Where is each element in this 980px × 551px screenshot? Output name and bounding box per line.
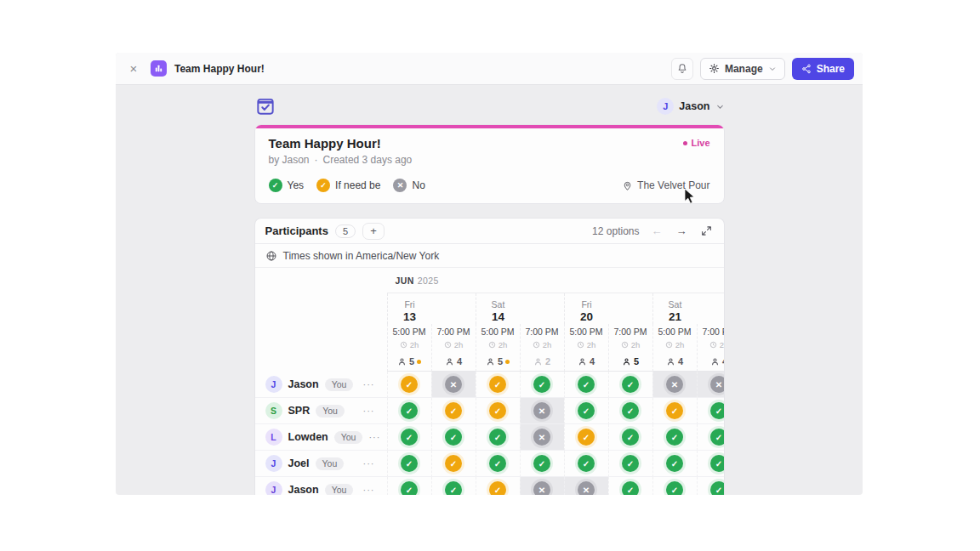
person-icon	[578, 357, 587, 366]
day-label: 13	[388, 310, 432, 323]
vote-icon: ✓	[622, 481, 639, 495]
vote-icon: ✕	[710, 376, 725, 393]
vote-icon: ✓	[710, 429, 725, 446]
vote-cell: ✓	[608, 451, 652, 477]
year-label: 2025	[418, 276, 439, 286]
live-dot	[683, 141, 687, 145]
vote-icon: ✓	[622, 402, 639, 419]
participant: JJoelYou···	[255, 451, 387, 477]
chevron-down-icon	[715, 102, 725, 111]
vote-cell: ✕	[520, 477, 564, 495]
vote-cell: ✕	[564, 477, 608, 495]
slot-duration: 2h	[609, 340, 652, 349]
vote-cell: ✓	[387, 477, 431, 495]
poll-check-icon	[254, 95, 276, 117]
vote-cell: ✓	[697, 398, 725, 424]
vote-cell: ✓	[476, 372, 520, 398]
vote-cell: ✕	[697, 372, 725, 398]
vote-icon: ✓	[489, 376, 506, 393]
avatar: S	[265, 402, 282, 419]
legend-no-label: No	[412, 179, 424, 191]
vote-cell: ✓	[697, 424, 725, 451]
vote-cell: ✓	[652, 451, 697, 477]
vote-cell: ✕	[520, 398, 564, 424]
participant: LLowdenYou···	[255, 424, 387, 451]
slot-duration: 2h	[432, 340, 476, 349]
close-button[interactable]: ×	[124, 60, 143, 78]
row-menu-button[interactable]: ···	[363, 485, 375, 495]
vote-icon: ✓	[710, 481, 725, 495]
user-menu[interactable]: J Jason	[657, 98, 724, 115]
vote-icon: ✓	[445, 455, 462, 472]
slot-time: 7:00 PM	[698, 327, 725, 337]
row-menu-button[interactable]: ···	[363, 458, 375, 469]
poll-info-card: Team Happy Hour! Live by Jason · Created…	[254, 124, 725, 204]
time-slot-header: 7:00 PM2h4	[431, 324, 476, 372]
vote-cell: ✓	[608, 398, 652, 424]
vote-cell: ✓	[431, 398, 476, 424]
time-slot-header: 5:00 PM2h4	[652, 324, 697, 372]
row-menu-button[interactable]: ···	[363, 406, 375, 416]
slot-duration: 2h	[521, 340, 564, 349]
slot-count: 5	[476, 356, 520, 366]
legend-no: ✕No	[393, 179, 424, 192]
vote-icon: ✓	[666, 429, 683, 446]
availability-grid: JUN 2025 Fri13 Sat14 Fri20 Sat21 5:00 PM…	[255, 268, 724, 495]
slot-count: 5	[388, 356, 431, 366]
avatar: L	[265, 429, 282, 446]
month-label: JUN	[396, 276, 414, 286]
manage-label: Manage	[725, 63, 763, 75]
vote-cell: ✓	[564, 398, 608, 424]
vote-icon: ✓	[578, 402, 595, 419]
vote-cell: ✓	[608, 477, 652, 495]
manage-button[interactable]: Manage	[700, 58, 785, 80]
slot-time: 5:00 PM	[476, 327, 520, 337]
vote-cell: ✓	[652, 477, 697, 495]
chevron-down-icon	[768, 65, 777, 73]
vote-icon: ✓	[622, 455, 639, 472]
day-label: 21	[653, 310, 698, 323]
person-icon	[622, 357, 631, 366]
vote-legend: ✓Yes ✓If need be ✕No	[269, 179, 425, 192]
vote-icon: ✓	[401, 455, 418, 472]
slot-duration: 2h	[653, 340, 697, 349]
date-group-header: Sat14	[476, 293, 564, 324]
vote-icon: ✓	[578, 455, 595, 472]
slot-time: 7:00 PM	[521, 327, 564, 337]
vote-cell: ✓	[564, 451, 608, 477]
next-options-button[interactable]: →	[675, 224, 689, 237]
person-icon	[710, 357, 720, 366]
slot-count: 4	[698, 356, 725, 366]
expand-button[interactable]	[699, 225, 714, 236]
you-badge: You	[325, 484, 354, 496]
row-menu-button[interactable]: ···	[363, 379, 375, 389]
vote-icon: ✓	[578, 429, 595, 446]
vote-cell: ✓	[476, 424, 520, 451]
vote-icon: ✕	[578, 481, 595, 495]
notifications-button[interactable]	[671, 58, 693, 80]
participant-name: Jason	[288, 484, 319, 495]
row-menu-button[interactable]: ···	[368, 432, 380, 442]
vote-cell: ✓	[387, 398, 431, 424]
mouse-cursor	[684, 188, 695, 204]
slot-time: 7:00 PM	[609, 327, 652, 337]
participant: JJasonYou···	[255, 372, 387, 398]
no-icon: ✕	[393, 179, 407, 192]
time-slot-header: 7:00 PM2h4	[697, 324, 725, 372]
add-participant-button[interactable]: +	[362, 223, 385, 240]
vote-icon: ✓	[489, 481, 506, 495]
avatar: J	[265, 376, 282, 393]
prev-options-button[interactable]: ←	[650, 224, 664, 237]
bell-icon	[676, 63, 688, 75]
person-icon	[486, 357, 495, 366]
vote-icon: ✕	[533, 402, 550, 419]
share-button[interactable]: Share	[792, 58, 854, 80]
vote-icon: ✓	[533, 376, 550, 393]
byline-separator: ·	[315, 154, 318, 166]
vote-icon: ✓	[622, 376, 639, 393]
day-label: 20	[565, 310, 609, 323]
vote-cell: ✓	[431, 424, 476, 451]
slot-count: 5	[609, 356, 652, 366]
time-slot-header: 5:00 PM2h5	[387, 324, 431, 372]
vote-icon: ✓	[622, 429, 639, 446]
